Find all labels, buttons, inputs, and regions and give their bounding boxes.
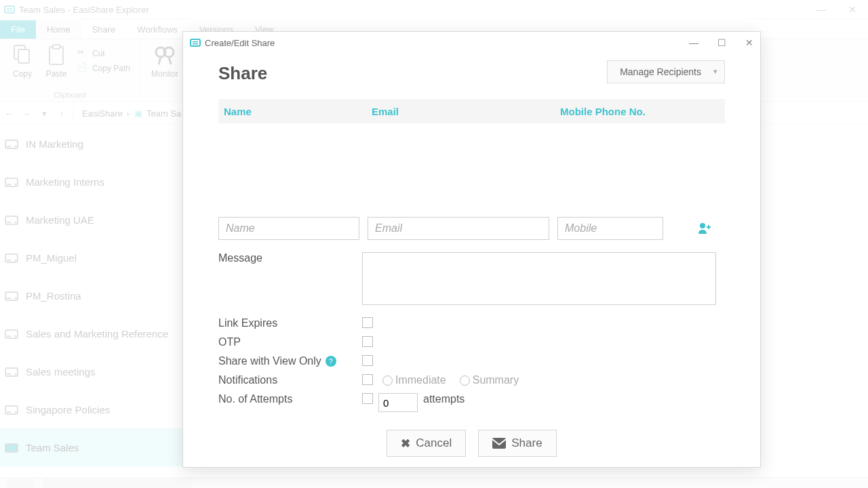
view-only-label: Share with View Only ? (218, 355, 362, 367)
recipients-header: Name Email Mobile Phone No. (218, 99, 725, 123)
view-only-checkbox[interactable] (362, 355, 373, 366)
attempts-input[interactable] (378, 393, 418, 412)
svg-rect-41 (708, 225, 709, 229)
modal-maximize-button[interactable]: ☐ (717, 37, 726, 48)
radio-icon (382, 375, 393, 386)
svg-rect-37 (193, 41, 198, 43)
envelope-icon (492, 438, 506, 449)
modal-heading: Share (218, 63, 267, 84)
attempts-suffix: attempts (423, 393, 465, 405)
modal-titlebar: Create/Edit Share — ☐ ✕ (183, 32, 760, 54)
app-logo-icon (190, 37, 201, 48)
recipients-list (218, 123, 725, 211)
notif-summary-option[interactable]: Summary (460, 374, 519, 386)
svg-rect-36 (191, 39, 200, 46)
close-icon: ✖ (401, 436, 410, 451)
link-expires-checkbox[interactable] (362, 317, 373, 328)
svg-rect-38 (193, 43, 198, 45)
cancel-button[interactable]: ✖ Cancel (387, 430, 466, 457)
share-button[interactable]: Share (478, 430, 556, 457)
notif-immediate-option[interactable]: Immediate (382, 374, 446, 386)
col-email: Email (372, 106, 560, 117)
recipient-email-input[interactable] (368, 217, 549, 240)
modal-title: Create/Edit Share (205, 38, 275, 48)
recipient-mobile-input[interactable] (557, 217, 663, 240)
notifications-label: Notifications (218, 374, 362, 386)
add-recipient-row (218, 217, 725, 240)
message-input[interactable] (362, 252, 716, 305)
otp-label: OTP (218, 336, 362, 348)
svg-point-39 (700, 223, 705, 228)
attempts-label: No. of Attempts (218, 393, 362, 405)
message-label: Message (218, 252, 362, 264)
svg-rect-42 (492, 438, 506, 449)
col-mobile: Mobile Phone No. (560, 106, 725, 117)
col-name: Name (218, 106, 372, 117)
attempts-checkbox[interactable] (362, 393, 373, 404)
recipient-name-input[interactable] (218, 217, 359, 240)
link-expires-label: Link Expires (218, 317, 362, 329)
otp-checkbox[interactable] (362, 336, 373, 347)
user-plus-icon (697, 222, 711, 235)
modal-close-button[interactable]: ✕ (745, 37, 753, 48)
modal-minimize-button[interactable]: — (689, 37, 698, 48)
share-modal: Create/Edit Share — ☐ ✕ Share Manage Rec… (182, 31, 761, 468)
manage-recipients-dropdown[interactable]: Manage Recipients (607, 60, 725, 83)
help-icon[interactable]: ? (326, 356, 336, 367)
add-recipient-button[interactable] (694, 219, 713, 238)
radio-icon (460, 375, 470, 386)
notifications-checkbox[interactable] (362, 374, 373, 385)
